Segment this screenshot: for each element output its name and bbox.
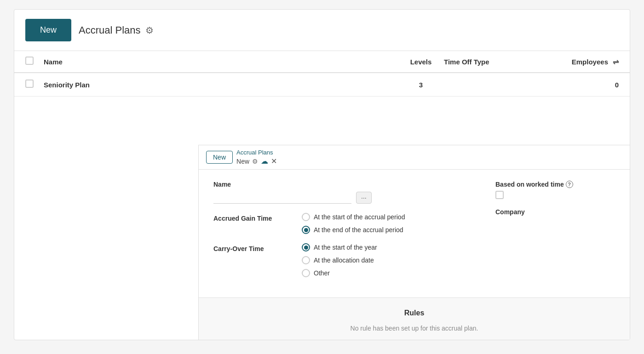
row-name: Seniority Plan (44, 81, 398, 89)
table-header: Name Levels Time Off Type Employees ⇌ (14, 51, 630, 73)
row-levels: 3 (398, 81, 444, 89)
carry-over-field: Carry-Over Time At the start of the year… (213, 243, 468, 277)
name-input-row: ··· (213, 192, 468, 204)
company-label: Company (495, 208, 615, 216)
main-container: New Accrual Plans ⚙ Name Levels Time Off… (14, 9, 630, 340)
based-on-worked-field: Based on worked time ? (495, 181, 615, 199)
accrued-at-end-label: At the end of the accrual period (314, 226, 403, 234)
overlay-subtitle-text: New (236, 158, 249, 165)
name-label: Name (213, 181, 468, 188)
overlay-gear-icon[interactable]: ⚙ (252, 158, 258, 165)
overlay-new-button[interactable]: New (206, 151, 233, 164)
rules-section: Rules No rule has been set up for this a… (199, 297, 630, 340)
gear-icon[interactable]: ⚙ (145, 25, 154, 36)
overlay-panel: New Accrual Plans New ⚙ ☁ ✕ Name (198, 145, 630, 340)
page-title-text: Accrual Plans (79, 24, 141, 36)
rules-empty-message: No rule has been set up for this accrual… (213, 325, 615, 332)
accrued-gain-label: Accrued Gain Time (213, 213, 287, 222)
accrued-at-end-radio[interactable] (302, 226, 310, 234)
name-field: Name ··· (213, 181, 468, 204)
save-icon[interactable]: ☁ (261, 157, 268, 166)
row-employees: 0 (545, 81, 619, 89)
col-header-employees: Employees ⇌ (545, 57, 619, 66)
accrued-at-start-radio[interactable] (302, 213, 310, 221)
row-checkbox-cell (25, 80, 44, 90)
col-header-levels: Levels (398, 58, 444, 66)
table-row[interactable]: Seniority Plan 3 0 (14, 73, 630, 97)
name-input[interactable] (213, 192, 351, 204)
carry-over-label: Carry-Over Time (213, 243, 287, 252)
company-field: Company (495, 208, 615, 216)
overlay-header: New Accrual Plans New ⚙ ☁ ✕ (199, 145, 630, 170)
col-header-name: Name (44, 58, 398, 66)
carry-at-allocation-radio[interactable] (302, 256, 310, 264)
based-on-worked-checkbox-row (495, 191, 615, 199)
form-left: Name ··· Accrued Gain Time At the start … (213, 181, 468, 286)
filter-icon[interactable]: ⇌ (613, 57, 619, 66)
carry-other-option[interactable]: Other (302, 269, 377, 277)
carry-at-start-year-label: At the start of the year (314, 244, 377, 251)
overlay-subtitle: New ⚙ ☁ ✕ (236, 157, 277, 166)
breadcrumb-link[interactable]: Accrual Plans (236, 149, 277, 156)
header-checkbox-cell (25, 57, 44, 67)
row-select-checkbox[interactable] (25, 80, 34, 88)
accrued-gain-field: Accrued Gain Time At the start of the ac… (213, 213, 468, 234)
col-header-timeoff: Time Off Type (444, 58, 545, 66)
header-bar: New Accrual Plans ⚙ (14, 10, 630, 51)
accrued-gain-radio-group: At the start of the accrual period At th… (302, 213, 405, 234)
dots-button[interactable]: ··· (356, 192, 372, 204)
carry-over-radio-group: At the start of the year At the allocati… (302, 243, 377, 277)
rules-title: Rules (213, 309, 615, 317)
carry-at-start-year-option[interactable]: At the start of the year (302, 243, 377, 251)
form-right: Based on worked time ? Company (495, 181, 615, 286)
select-all-checkbox[interactable] (25, 57, 34, 65)
carry-at-allocation-label: At the allocation date (314, 257, 374, 264)
accrued-at-end-option[interactable]: At the end of the accrual period (302, 226, 405, 234)
based-on-worked-label: Based on worked time ? (495, 181, 615, 188)
carry-at-start-year-radio[interactable] (302, 243, 310, 251)
carry-other-label: Other (314, 269, 330, 277)
accrued-at-start-option[interactable]: At the start of the accrual period (302, 213, 405, 221)
help-icon[interactable]: ? (566, 181, 573, 188)
accrued-at-start-label: At the start of the accrual period (314, 213, 405, 221)
new-button[interactable]: New (25, 19, 71, 41)
form-area: Name ··· Accrued Gain Time At the start … (199, 170, 630, 297)
discard-icon[interactable]: ✕ (271, 157, 277, 166)
carry-at-allocation-option[interactable]: At the allocation date (302, 256, 377, 264)
carry-other-radio[interactable] (302, 269, 310, 277)
page-title: Accrual Plans ⚙ (79, 24, 154, 36)
based-on-worked-checkbox[interactable] (495, 191, 504, 199)
